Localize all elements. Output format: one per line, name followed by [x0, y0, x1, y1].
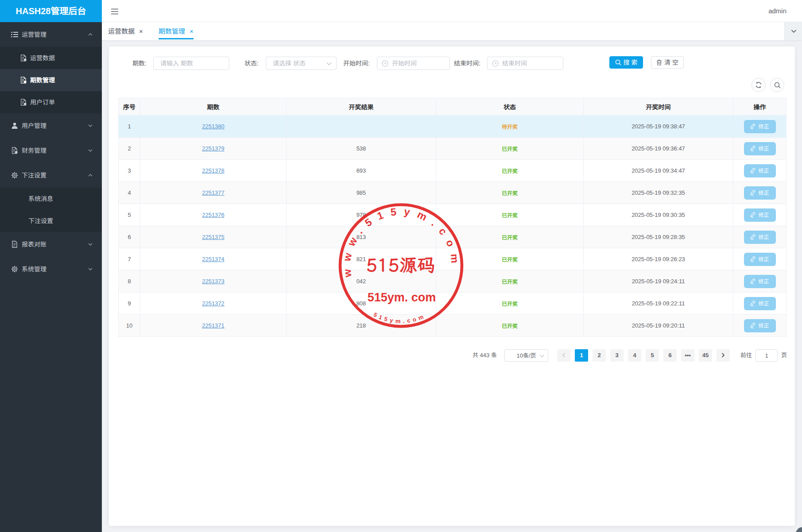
svg-text:515源码: 515源码 [366, 253, 435, 277]
svg-text:515ym. com: 515ym. com [368, 291, 436, 304]
